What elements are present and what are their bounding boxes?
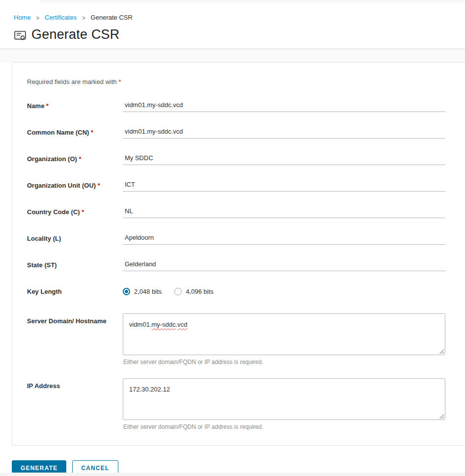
organization-input[interactable] bbox=[123, 152, 445, 165]
breadcrumb-separator-icon: > bbox=[82, 14, 85, 21]
field-label: Key Length bbox=[27, 288, 123, 295]
organization-unit-input[interactable] bbox=[123, 179, 445, 192]
ip-address-textarea[interactable]: 172.30.202.12 bbox=[123, 378, 445, 420]
textarea-resize-handle[interactable] bbox=[439, 414, 444, 419]
form-row-state: State (ST) bbox=[27, 258, 445, 271]
field-label: Name * bbox=[27, 102, 123, 110]
form-row-ip-address: IP Address 172.30.202.12 Either server d… bbox=[27, 378, 445, 430]
form-row-common-name: Common Name (CN) * bbox=[27, 126, 445, 139]
key-length-2048-radio[interactable]: 2,048 bits bbox=[123, 288, 162, 295]
radio-selected-icon[interactable] bbox=[123, 288, 130, 295]
form-row-organization: Organization (O) * bbox=[27, 152, 445, 165]
header-band bbox=[0, 49, 465, 62]
locality-input[interactable] bbox=[123, 232, 445, 245]
generate-csr-form-card: Required fields are marked with * Name *… bbox=[12, 62, 465, 446]
form-row-key-length: Key Length 2,048 bits 4,096 bits bbox=[27, 285, 445, 298]
ip-address-helper: Either server domain/FQDN or IP address … bbox=[123, 423, 445, 430]
breadcrumb-link-home[interactable]: Home bbox=[14, 14, 31, 21]
certificate-icon bbox=[14, 29, 27, 42]
form-row-name: Name * bbox=[27, 99, 445, 112]
field-label: Server Domain/ Hostname bbox=[27, 313, 123, 325]
country-code-input[interactable] bbox=[123, 205, 445, 218]
key-length-4096-radio[interactable]: 4,096 bits bbox=[174, 288, 213, 295]
server-domain-helper: Either server domain/FQDN or IP address … bbox=[123, 359, 445, 365]
breadcrumb-current: Generate CSR bbox=[91, 14, 133, 21]
field-label: Country Code (C) * bbox=[27, 208, 123, 216]
field-label: Organization (O) * bbox=[27, 155, 123, 163]
field-label: State (ST) bbox=[27, 261, 123, 269]
field-label: IP Address bbox=[27, 378, 123, 390]
server-domain-textarea[interactable]: vidm01.my-sddc.vcd bbox=[123, 313, 445, 355]
form-row-locality: Locality (L) bbox=[27, 232, 445, 245]
required-asterisk: * bbox=[118, 78, 121, 85]
page-title: Generate CSR bbox=[31, 27, 119, 42]
name-input[interactable] bbox=[123, 99, 445, 112]
page-header: Home > Certificates > Generate CSR Gener… bbox=[0, 0, 465, 42]
top-edge-strip bbox=[39, 0, 465, 2]
bottom-edge-strip bbox=[0, 473, 465, 476]
required-fields-note: Required fields are marked with * bbox=[27, 78, 445, 85]
breadcrumb-link-certificates[interactable]: Certificates bbox=[45, 14, 77, 21]
state-input[interactable] bbox=[123, 258, 445, 271]
breadcrumb-separator-icon: > bbox=[36, 14, 39, 21]
form-row-country-code: Country Code (C) * bbox=[27, 205, 445, 218]
form-row-organization-unit: Organization Unit (OU) * bbox=[27, 179, 445, 192]
field-label: Organization Unit (OU) * bbox=[27, 182, 123, 189]
breadcrumb: Home > Certificates > Generate CSR bbox=[14, 14, 465, 21]
textarea-resize-handle[interactable] bbox=[439, 349, 444, 354]
form-row-server-domain: Server Domain/ Hostname vidm01.my-sddc.v… bbox=[27, 313, 445, 365]
field-label: Locality (L) bbox=[27, 235, 123, 242]
common-name-input[interactable] bbox=[123, 126, 445, 139]
radio-unselected-icon[interactable] bbox=[174, 288, 182, 295]
field-label: Common Name (CN) * bbox=[27, 129, 123, 136]
